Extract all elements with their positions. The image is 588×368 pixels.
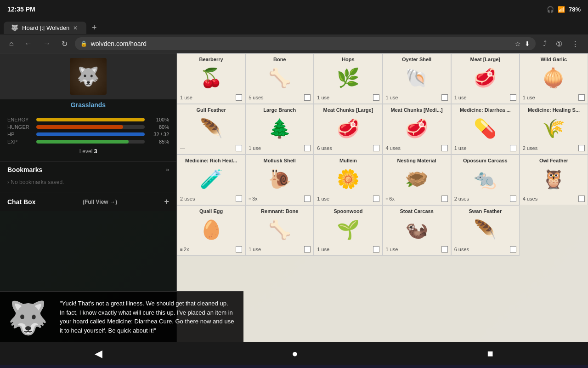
item-footer: 1 use (386, 92, 448, 101)
item-uses: 5 uses (249, 95, 263, 100)
item-checkbox[interactable] (304, 145, 311, 151)
battery-level: 78% (569, 6, 581, 13)
item-checkbox[interactable] (578, 94, 585, 101)
item-checkbox[interactable] (441, 196, 448, 202)
item-image: 🌾 (535, 114, 572, 143)
item-cell[interactable]: Wild Garlic🧅1 use (520, 53, 588, 104)
item-footer: 1 use (317, 244, 379, 253)
refresh-button[interactable]: ↻ (58, 38, 71, 50)
hp-label: HP (7, 132, 33, 137)
menu-button[interactable]: ⋮ (568, 38, 582, 50)
address-bar[interactable]: 🔒 wolvden.com/hoard ☆ ⬇ (75, 37, 536, 50)
item-cell[interactable]: Gull Feather🪶— (177, 104, 245, 155)
item-checkbox[interactable] (373, 196, 379, 202)
back-button[interactable]: ← (21, 38, 36, 50)
item-image: 🌿 (330, 63, 367, 92)
item-checkbox[interactable] (510, 246, 516, 253)
share-button[interactable]: ⤴ (539, 38, 550, 50)
item-checkbox[interactable] (441, 246, 448, 253)
item-cell[interactable]: Opossum Carcass🐀2 uses (451, 155, 520, 205)
forward-button[interactable]: → (40, 38, 54, 50)
item-checkbox[interactable] (510, 196, 516, 202)
item-cell[interactable]: Medicine: Healing S...🌾2 uses (520, 104, 588, 155)
item-name: Hops (317, 57, 379, 62)
item-cell[interactable]: Meat Chunks [Large]🥩6 uses (314, 104, 382, 155)
browser-chrome: 🐺 Hoard |:| Wolvden ✕ + ⌂ ← → ↻ 🔒 wolvde… (0, 18, 588, 53)
tab-bar: 🐺 Hoard |:| Wolvden ✕ + (0, 18, 588, 34)
item-footer: 6 uses (454, 244, 516, 253)
item-cell[interactable]: Oyster Shell🐚1 use (383, 53, 451, 104)
item-checkbox[interactable] (373, 246, 379, 253)
item-name: Stoat Carcass (386, 208, 448, 214)
recent-nav-button[interactable]: ■ (478, 344, 503, 363)
item-cell[interactable]: Bearberry🍒1 use (177, 53, 245, 104)
item-cell[interactable]: Bone🦴5 uses (245, 53, 314, 104)
item-cell[interactable]: Swan Feather🪶6 uses (451, 205, 520, 256)
chatbox-add-button[interactable]: + (164, 197, 169, 207)
item-name: Bearberry (180, 57, 242, 62)
chatbox-section: Chat Box (Full View →) + (0, 192, 176, 211)
hunger-value: 80% (148, 124, 169, 130)
item-checkbox[interactable] (373, 145, 379, 151)
item-checkbox[interactable] (510, 94, 516, 101)
no-bookmarks-message: › No bookmarks saved. (7, 177, 169, 187)
item-footer: 5 uses (249, 92, 311, 101)
item-footer: 2 uses (454, 194, 516, 202)
item-checkbox[interactable] (236, 196, 242, 202)
chatbox-fullview-link[interactable]: (Full View →) (83, 199, 117, 205)
item-uses: 4 uses (523, 196, 537, 201)
item-checkbox[interactable] (236, 246, 242, 253)
item-checkbox[interactable] (578, 196, 585, 202)
url-text: wolvden.com/hoard (91, 40, 511, 47)
item-cell[interactable]: Mullein🌼1 use (314, 155, 382, 205)
hunger-bar-bg (36, 125, 145, 129)
item-checkbox[interactable] (578, 145, 585, 151)
item-checkbox[interactable] (304, 246, 311, 253)
item-cell[interactable]: Hops🌿1 use (314, 53, 382, 104)
item-checkbox[interactable] (441, 94, 448, 101)
back-nav-button[interactable]: ◀ (85, 344, 112, 363)
item-name: Oyster Shell (386, 57, 448, 62)
item-footer: 1 use (386, 244, 448, 253)
item-cell[interactable]: Meat Chunks [Medi...]🥩4 uses (383, 104, 451, 155)
home-nav-button[interactable]: ● (283, 344, 307, 363)
active-tab[interactable]: 🐺 Hoard |:| Wolvden ✕ (4, 22, 86, 34)
item-cell[interactable]: Mollusk Shell🐌≡ 3x (245, 155, 314, 205)
item-footer: ≡ 3x (249, 194, 311, 202)
tabs-button[interactable]: ① (552, 38, 566, 50)
item-footer: 1 use (523, 92, 585, 101)
item-cell[interactable]: Owl Feather🦉4 uses (520, 155, 588, 205)
item-uses: 4 uses (386, 145, 401, 151)
chat-wolf-image: 🐺 (0, 278, 55, 342)
item-cell[interactable]: Large Branch🌲1 use (245, 104, 314, 155)
item-cell[interactable]: Nesting Material🪹≡ 6x (383, 155, 451, 205)
item-checkbox[interactable] (373, 94, 379, 101)
tab-close-button[interactable]: ✕ (73, 25, 78, 31)
download-icon[interactable]: ⬇ (525, 40, 530, 47)
item-name: Opossum Carcass (454, 158, 516, 163)
item-cell[interactable]: Quail Egg🥚≡ 2x (177, 205, 245, 256)
item-checkbox[interactable] (304, 94, 311, 101)
item-cell[interactable]: Medicine: Rich Heal...🧪2 uses (177, 155, 245, 205)
item-checkbox[interactable] (441, 145, 448, 151)
item-footer: — (180, 143, 242, 151)
item-footer: 6 uses (317, 143, 379, 151)
star-icon[interactable]: ☆ (515, 40, 521, 47)
item-cell[interactable]: Spoonwood🌱1 use (314, 205, 382, 256)
item-checkbox[interactable] (510, 145, 516, 151)
item-name: Wild Garlic (523, 57, 585, 62)
item-checkbox[interactable] (304, 196, 311, 202)
item-uses: 1 use (386, 95, 398, 100)
item-cell[interactable]: Medicine: Diarrhea ...💊1 use (451, 104, 520, 155)
item-checkbox[interactable] (236, 145, 242, 151)
new-tab-button[interactable]: + (88, 21, 101, 34)
item-checkbox[interactable] (236, 94, 242, 101)
bookmarks-expand-button[interactable]: » (166, 167, 169, 173)
home-button[interactable]: ⌂ (6, 38, 17, 50)
item-uses: 1 use (523, 95, 535, 100)
item-name: Remnant: Bone (249, 208, 311, 214)
item-cell[interactable]: Remnant: Bone🦴1 use (245, 205, 314, 256)
item-cell[interactable]: Stoat Carcass🦦1 use (383, 205, 451, 256)
item-footer: 2 uses (180, 194, 242, 202)
item-cell[interactable]: Meat [Large]🥩1 use (451, 53, 520, 104)
